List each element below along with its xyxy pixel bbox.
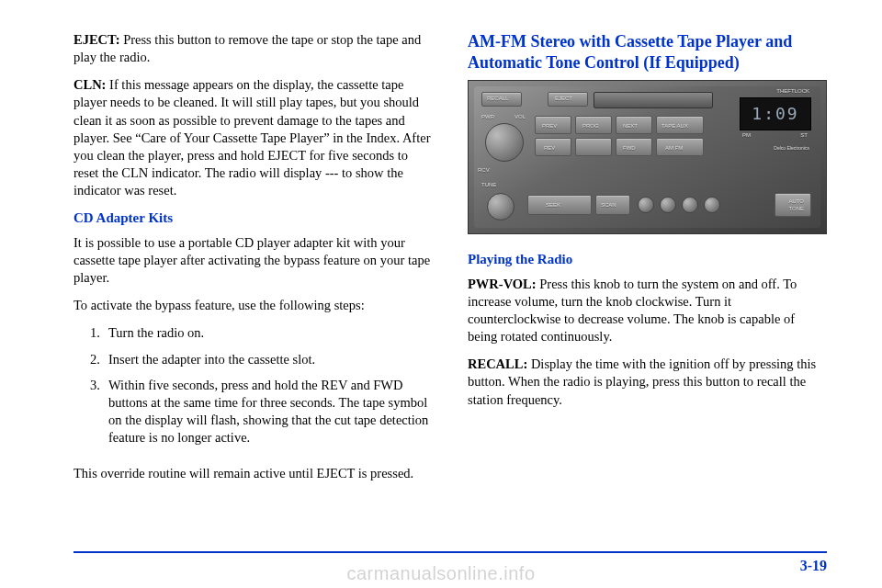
para-pwrvol: PWR-VOL: Press this knob to turn the sys… — [468, 276, 827, 346]
footer-rule — [74, 551, 827, 553]
radio-display: 1:09 — [740, 97, 811, 130]
seek-label: SEEK — [546, 202, 560, 209]
step-text: Turn the radio on. — [108, 324, 204, 342]
step-item: 2. Insert the adapter into the cassette … — [90, 351, 433, 368]
heading-playing-radio: Playing the Radio — [468, 251, 827, 269]
cassette-slot — [594, 92, 713, 108]
right-column: AM-FM Stereo with Cassette Tape Player a… — [468, 31, 827, 492]
para-cln: CLN: If this message appears on the disp… — [74, 76, 433, 199]
step-number: 1. — [90, 324, 108, 342]
next-label: NEXT — [623, 123, 638, 130]
heading-main: AM-FM Stereo with Cassette Tape Player a… — [468, 31, 827, 73]
cln-text: If this message appears on the display, … — [74, 77, 431, 198]
tune-label: TUNE — [481, 182, 496, 189]
radio-image: RECALL EJECT THEFTLOCK 1:09 PM ST Delco … — [468, 80, 827, 234]
prog-label: PROG — [582, 123, 599, 130]
display-value: 1:09 — [752, 103, 798, 125]
pwr-label: PWR — [481, 114, 494, 121]
auto-tone-label: AUTO TONE — [788, 198, 804, 213]
tone-knob-2 — [660, 197, 676, 213]
prev-label: PREV — [542, 123, 557, 130]
tune-knob — [487, 193, 514, 220]
cln-label: CLN: — [74, 77, 106, 92]
eject-label-btn: EJECT — [555, 96, 572, 103]
para-cd1: It is possible to use a portable CD play… — [74, 234, 433, 287]
step-item: 1. Turn the radio on. — [90, 324, 433, 342]
recall-label: RECALL — [487, 96, 508, 103]
left-column: EJECT: Press this button to remove the t… — [74, 31, 433, 492]
pwrvol-label: PWR-VOL: — [468, 277, 537, 291]
tone-knob-3 — [682, 197, 698, 213]
fwd-label: FWD — [623, 145, 636, 153]
step-text: Within five seconds, press and hold the … — [108, 377, 433, 447]
vol-label: VOL — [514, 114, 526, 121]
rcv-label: RCV — [478, 167, 490, 175]
eject-text: Press this button to remove the tape or … — [74, 32, 421, 64]
eject-label: EJECT: — [74, 32, 120, 47]
tape-label: TAPE AUX — [662, 123, 688, 130]
para-eject: EJECT: Press this button to remove the t… — [74, 31, 433, 66]
st-label: ST — [800, 132, 808, 140]
step-number: 2. — [90, 351, 108, 368]
scan-label: SCAN — [601, 202, 616, 209]
btn5 — [575, 138, 612, 156]
para-cd2: To activate the bypass feature, use the … — [74, 297, 433, 314]
step-number: 3. — [90, 377, 108, 447]
page-content: EJECT: Press this button to remove the t… — [0, 0, 882, 538]
amfm-label: AM FM — [665, 145, 683, 153]
recall-label-p: RECALL: — [468, 356, 527, 371]
pwr-vol-knob — [485, 123, 524, 162]
pm-label: PM — [742, 132, 751, 140]
para-recall: RECALL: Display the time with the igniti… — [468, 356, 827, 408]
rev-label: REV — [544, 145, 555, 153]
tone-knob-1 — [638, 197, 654, 213]
radio-panel: RECALL EJECT THEFTLOCK 1:09 PM ST Delco … — [474, 86, 820, 228]
brand-label: Delco Electronics — [774, 145, 809, 152]
step-text: Insert the adapter into the cassette slo… — [108, 351, 315, 368]
para-override: This override routine will remain active… — [74, 465, 433, 482]
heading-cd-adapter: CD Adapter Kits — [74, 209, 433, 228]
theftlock-label: THEFTLOCK — [776, 88, 809, 96]
steps-list: 1. Turn the radio on. 2. Insert the adap… — [74, 324, 433, 455]
step-item: 3. Within five seconds, press and hold t… — [90, 377, 433, 447]
watermark: carmanualsonline.info — [0, 561, 882, 585]
tone-knob-4 — [704, 197, 720, 213]
